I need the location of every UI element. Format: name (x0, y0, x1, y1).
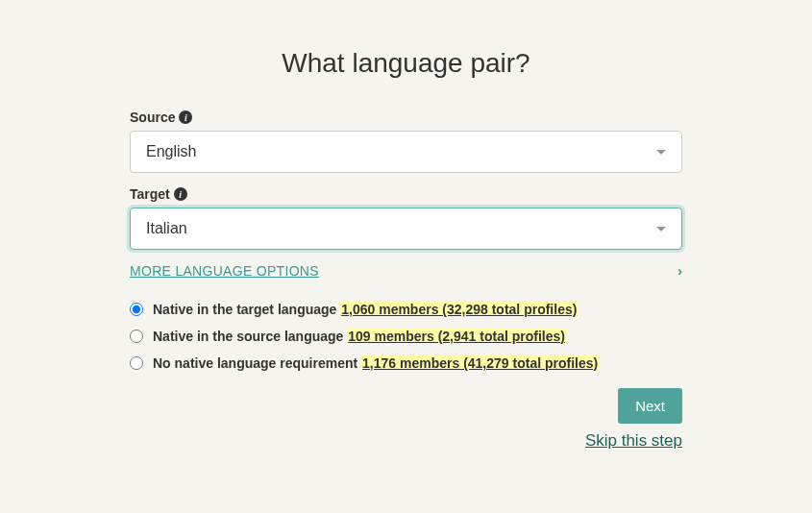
page-title: What language pair? (130, 48, 682, 79)
radio-no-native-stat: 1,176 members (41,279 total profiles) (361, 355, 599, 371)
source-label: Source i (130, 110, 682, 125)
radio-no-native-label: No native language requirement (153, 355, 357, 371)
source-label-text: Source (130, 110, 175, 125)
target-label-text: Target (130, 186, 170, 202)
chevron-down-icon (656, 227, 666, 232)
more-options-row: MORE LANGUAGE OPTIONS › (130, 263, 682, 279)
target-select-value: Italian (146, 220, 187, 237)
info-icon[interactable]: i (179, 110, 192, 124)
radio-no-native-input[interactable] (130, 356, 143, 370)
info-icon[interactable]: i (174, 187, 187, 201)
chevron-right-icon[interactable]: › (677, 263, 682, 279)
radio-native-source[interactable]: Native in the source language 109 member… (130, 329, 682, 344)
more-language-options-link[interactable]: MORE LANGUAGE OPTIONS (130, 263, 319, 279)
radio-native-target-stat: 1,060 members (32,298 total profiles) (340, 302, 578, 317)
radio-native-source-input[interactable] (130, 330, 143, 343)
skip-link[interactable]: Skip this step (585, 431, 682, 451)
source-select[interactable]: English (130, 131, 682, 173)
target-select[interactable]: Italian (130, 208, 682, 250)
target-label: Target i (130, 186, 682, 202)
radio-native-source-label: Native in the source language (153, 329, 343, 344)
source-select-value: English (146, 143, 196, 160)
radio-no-native[interactable]: No native language requirement 1,176 mem… (130, 355, 682, 371)
chevron-down-icon (656, 150, 666, 155)
radio-native-source-stat: 109 members (2,941 total profiles) (347, 329, 566, 344)
actions-row: Next Skip this step (130, 388, 682, 451)
radio-native-target[interactable]: Native in the target language 1,060 memb… (130, 302, 682, 317)
radio-native-target-input[interactable] (130, 303, 143, 316)
radio-native-target-label: Native in the target language (153, 302, 336, 317)
next-button[interactable]: Next (618, 388, 682, 424)
